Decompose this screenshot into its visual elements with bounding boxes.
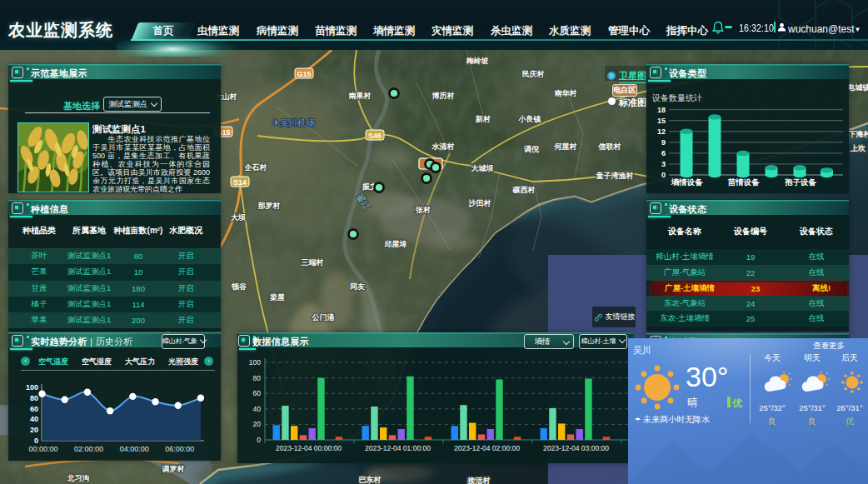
svg-text:博历村: 博历村 (432, 92, 455, 100)
svg-text:调倪: 调倪 (523, 145, 540, 153)
svg-text:40: 40 (253, 405, 262, 413)
svg-text:100: 100 (26, 383, 38, 392)
svg-text:新村: 新村 (475, 115, 491, 123)
svg-text:电城镇: 电城镇 (848, 83, 868, 92)
svg-text:S46: S46 (368, 132, 382, 140)
svg-text:06:00:00: 06:00:00 (165, 445, 194, 453)
svg-text:顿谷: 顿谷 (231, 282, 247, 291)
svg-text:80: 80 (30, 394, 38, 402)
svg-text:张村: 张村 (415, 206, 431, 214)
svg-text:100: 100 (249, 358, 261, 367)
svg-text:S14: S14 (233, 178, 247, 187)
svg-text:调罗村: 调罗村 (162, 465, 185, 473)
svg-text:吴川机场: 吴川机场 (280, 117, 315, 127)
svg-text:00:00:00: 00:00:00 (28, 445, 57, 453)
svg-text:12: 12 (657, 127, 666, 136)
svg-text:02:00:00: 02:00:00 (74, 445, 103, 453)
svg-text:3: 3 (661, 160, 666, 168)
svg-text:南华村: 南华村 (555, 89, 577, 97)
svg-text:沙田村: 沙田村 (468, 199, 491, 207)
svg-text:童子湾渔村: 童子湾渔村 (596, 172, 634, 180)
svg-text:公门涌: 公门涌 (312, 313, 335, 322)
svg-text:企石村: 企石村 (244, 163, 267, 172)
svg-text:2023-12-04 00:00:00: 2023-12-04 00:00:00 (276, 444, 342, 452)
svg-text:04:00:00: 04:00:00 (120, 445, 149, 453)
svg-text:那罗村: 那罗村 (257, 202, 281, 210)
svg-text:三端村: 三端村 (302, 258, 324, 267)
svg-text:巴东村: 巴东村 (359, 476, 382, 484)
svg-text:0: 0 (661, 171, 666, 179)
svg-text:小良镇: 小良镇 (518, 115, 541, 123)
svg-text:大城坝: 大城坝 (471, 164, 494, 172)
svg-text:民庆村: 民庆村 (522, 70, 545, 78)
svg-text:6: 6 (661, 149, 666, 157)
svg-text:40: 40 (30, 415, 38, 423)
svg-text:0: 0 (257, 436, 261, 444)
svg-text:碾西村: 碾西村 (512, 186, 536, 194)
svg-text:梁屋: 梁屋 (269, 293, 285, 302)
svg-text:墒情设备: 墒情设备 (671, 177, 704, 187)
svg-text:信联村: 信联村 (598, 142, 621, 151)
svg-text:G15: G15 (297, 70, 311, 78)
svg-text:邱屋埠: 邱屋埠 (384, 240, 407, 248)
svg-text:上坎: 上坎 (850, 144, 866, 152)
svg-text:0: 0 (34, 437, 38, 445)
svg-text:20: 20 (30, 426, 38, 434)
svg-text:60: 60 (30, 405, 38, 413)
svg-text:南果村: 南果村 (349, 92, 372, 100)
svg-text:9: 9 (661, 138, 666, 147)
svg-text:北习沟: 北习沟 (67, 474, 90, 482)
svg-text:2023-12-04 02:00:00: 2023-12-04 02:00:00 (454, 444, 520, 452)
svg-text:同友: 同友 (350, 282, 365, 291)
svg-text:水清村: 水清村 (432, 142, 455, 151)
svg-text:梅岭坡: 梅岭坡 (466, 57, 489, 65)
svg-text:✈: ✈ (272, 117, 279, 127)
svg-text:大坝: 大坝 (231, 213, 246, 222)
svg-text:15: 15 (657, 117, 666, 125)
svg-text:80: 80 (253, 374, 262, 382)
svg-text:60: 60 (253, 389, 262, 397)
svg-text:孢子设备: 孢子设备 (784, 177, 817, 187)
svg-text:2023-12-04 03:00:00: 2023-12-04 03:00:00 (543, 444, 609, 452)
svg-text:接活村: 接活村 (467, 477, 491, 484)
svg-text:2023-12-04 01:00:00: 2023-12-04 01:00:00 (365, 444, 431, 452)
svg-text:苗情设备: 苗情设备 (727, 177, 761, 187)
svg-text:下海村: 下海村 (849, 130, 868, 138)
svg-text:何屋村: 何屋村 (554, 142, 577, 151)
svg-text:20: 20 (253, 420, 262, 428)
svg-text:18: 18 (657, 106, 666, 114)
